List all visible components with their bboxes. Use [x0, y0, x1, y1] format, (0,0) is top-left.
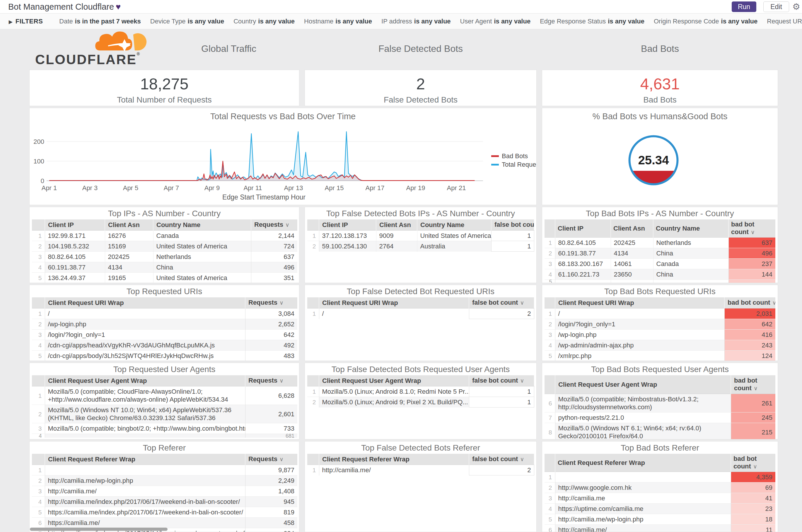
table-row[interactable]: 2/wp-login.php2,652 [32, 319, 297, 329]
row-number: 4 [32, 340, 45, 351]
legend-item[interactable]: Total Requests [491, 161, 536, 168]
count-cell: 2 [469, 308, 534, 319]
column-header[interactable]: bad bot count∨ [724, 297, 775, 308]
table-row[interactable]: 4681 [32, 434, 297, 438]
row-number: 2 [32, 241, 45, 252]
table-row[interactable]: 5/xmlrpc.php124 [545, 351, 775, 361]
legend-item[interactable]: Bad Bots [491, 152, 528, 160]
column-header[interactable]: Client IP [319, 220, 376, 231]
filter-item[interactable]: User Agentis any value [460, 18, 531, 25]
table-row[interactable]: 259.100.254.1302764Australia1 [307, 241, 534, 252]
column-header[interactable]: Client Request URI Wrap [45, 297, 245, 308]
column-header[interactable]: false bot count∨ [469, 297, 534, 308]
column-header[interactable]: Requests∨ [245, 454, 297, 465]
table-row[interactable]: 3http://camilia.me/1,408 [32, 486, 297, 497]
column-header[interactable]: Client Request User Agent Wrap [319, 375, 469, 386]
column-header[interactable]: bad bot count∨ [728, 220, 775, 238]
column-header[interactable]: false bot count∨ [491, 220, 534, 231]
table-row[interactable]: 19,877 [32, 465, 297, 475]
count-cell: 1 [469, 397, 534, 407]
table-row[interactable]: 1http://camilia.me/2 [307, 465, 534, 475]
table-row[interactable]: 2Mozilla/5.0 (Windows NT 10.0; Win64; x6… [32, 405, 297, 423]
table-row[interactable]: 1Mozilla/5.0 (compatible; CloudFlare-Alw… [32, 386, 297, 405]
filter-item[interactable]: Dateis in the past 7 weeks [59, 18, 140, 25]
column-header[interactable]: Client Request User Agent Wrap [555, 375, 731, 394]
table-row[interactable]: 6http://camilia.me/11 [545, 525, 775, 532]
table-title: Top False Detected Bots IPs - AS Number … [305, 207, 536, 220]
table-row[interactable]: 1192.99.8.17116276Canada2,144 [32, 231, 297, 241]
table-row[interactable]: 368.183.200.16714061Canada237 [545, 259, 775, 269]
column-header[interactable]: Requests∨ [251, 220, 297, 231]
table-row[interactable]: 5 [545, 280, 775, 283]
table-row[interactable]: 2104.198.5.23215169United States of Amer… [32, 241, 297, 252]
table-row[interactable]: 7python-requests/2.21.0245 [545, 413, 775, 423]
column-header[interactable]: false bot count∨ [469, 375, 534, 386]
table-row[interactable]: 2Mozilla/5.0 (Linux; Android 9; Pixel 2 … [307, 397, 534, 407]
table-row[interactable]: 3Mozilla/5.0 (compatible; bingbot/2.0; +… [32, 423, 297, 434]
column-header[interactable]: Client Request Referer Wrap [555, 454, 731, 472]
table-row[interactable]: 5136.24.49.3719165United States of Ameri… [32, 273, 297, 283]
column-header[interactable]: Client Request User Agent Wrap [45, 375, 245, 386]
table-row[interactable]: 2/login/?login_only=1642 [545, 319, 775, 329]
table-row[interactable]: 5/cdn-cgi/apps/body/3Lh52SjWTQ4HRlErJykH… [32, 351, 297, 361]
run-button[interactable]: Run [732, 1, 756, 12]
table-row[interactable]: 14,359 [545, 472, 775, 482]
filter-item[interactable]: Countryis any value [233, 18, 295, 25]
table-row[interactable]: 1/2 [307, 308, 534, 319]
table-row[interactable]: 3/wp-login.php416 [545, 329, 775, 340]
column-header[interactable]: Country Name [653, 220, 728, 238]
table-row[interactable]: 1Mozilla/5.0 (Linux; Android 8.1.0; Redm… [307, 386, 534, 397]
table-row[interactable]: 1/2,031 [545, 308, 775, 319]
filter-item[interactable]: Hostnameis any value [304, 18, 372, 25]
column-header[interactable]: Country Name [417, 220, 491, 231]
table-row[interactable]: 3/login/?login_only=1642 [32, 329, 297, 340]
column-header[interactable]: Requests∨ [245, 375, 297, 386]
filter-item[interactable]: Device Typeis any value [150, 18, 224, 25]
column-header[interactable]: Client Request URI Wrap [319, 297, 469, 308]
table-row[interactable]: 4https://uptime.com/camilia.me23 [545, 504, 775, 514]
table-row[interactable]: 6https://camilia.me/458 [32, 518, 297, 528]
table-row[interactable]: 6Mozilla/5.0 (compatible; Nimbostratus-B… [545, 394, 775, 413]
table-row[interactable]: 461.160.221.7323650China144 [545, 269, 775, 280]
table-row[interactable]: 180.82.64.105202425Netherlands637 [545, 238, 775, 248]
table-row[interactable]: 2http://www.google.com.hk69 [545, 482, 775, 493]
column-header[interactable]: Client Request URI Wrap [555, 297, 724, 308]
column-header[interactable]: Client Request Referer Wrap [45, 454, 245, 465]
edit-button[interactable]: Edit [763, 1, 789, 12]
column-header[interactable]: Client Asn [105, 220, 153, 231]
sort-caret-icon: ∨ [280, 378, 284, 384]
column-header[interactable]: Requests∨ [245, 297, 297, 308]
table-row[interactable]: 380.82.64.105202425Netherlands637 [32, 252, 297, 262]
table-row[interactable]: 460.191.38.774134China496 [32, 262, 297, 273]
column-header[interactable]: Client Asn [611, 220, 653, 238]
table-row[interactable]: 1/3,084 [32, 308, 297, 319]
row-number: 7 [545, 413, 555, 423]
gear-icon[interactable]: ⚙ [793, 1, 800, 12]
column-header[interactable]: false bot count∨ [469, 454, 534, 465]
column-header[interactable]: Client Asn [376, 220, 417, 231]
table-row[interactable]: 5http://camilia.me/wp-login.php18 [545, 514, 775, 525]
column-header[interactable]: Client IP [45, 220, 105, 231]
data-cell: 80.82.64.105 [555, 238, 611, 248]
column-header[interactable]: Client Request Referer Wrap [319, 454, 469, 465]
table-row[interactable]: 3http://camilia.me41 [545, 493, 775, 504]
table-row[interactable]: 260.191.38.774134China496 [545, 248, 775, 259]
table-row[interactable]: 8Mozilla/5.0 (Windows NT 6.1; Win64; x64… [545, 423, 775, 440]
column-header[interactable]: bad bot count∨ [731, 454, 775, 472]
filter-item[interactable]: IP addressis any value [381, 18, 451, 25]
filters-toggle[interactable]: ▶FILTERS [9, 18, 43, 25]
table-row[interactable]: 4/wp-admin/admin-ajax.php243 [545, 340, 775, 351]
horizontal-scrollbar[interactable] [30, 528, 168, 531]
table-row[interactable]: 5https://camilia.me/index.php/2017/06/17… [32, 507, 297, 518]
column-header[interactable]: bad bot count∨ [731, 375, 775, 394]
filter-item[interactable]: Edge Response Statusis any value [540, 18, 644, 25]
filter-item[interactable]: Origin Response Codeis any value [654, 18, 758, 25]
table-row[interactable]: 4/cdn-cgi/apps/head/xVgyKhR-vV3dAUGhMqfB… [32, 340, 297, 351]
table-row[interactable]: 137.120.138.1739009United States of Amer… [307, 231, 534, 241]
column-header[interactable]: Client IP [555, 220, 611, 238]
table-row[interactable]: 2http://camilia.me/wp-login.php2,249 [32, 475, 297, 486]
column-header[interactable]: Country Name [153, 220, 251, 231]
filter-item[interactable]: Request URIis any value [767, 18, 802, 25]
title-bar: Bot Management Cloudflare♥ Run Edit ⚙ [0, 0, 802, 14]
table-row[interactable]: 4http://camilia.me/index.php/2017/06/17/… [32, 497, 297, 507]
